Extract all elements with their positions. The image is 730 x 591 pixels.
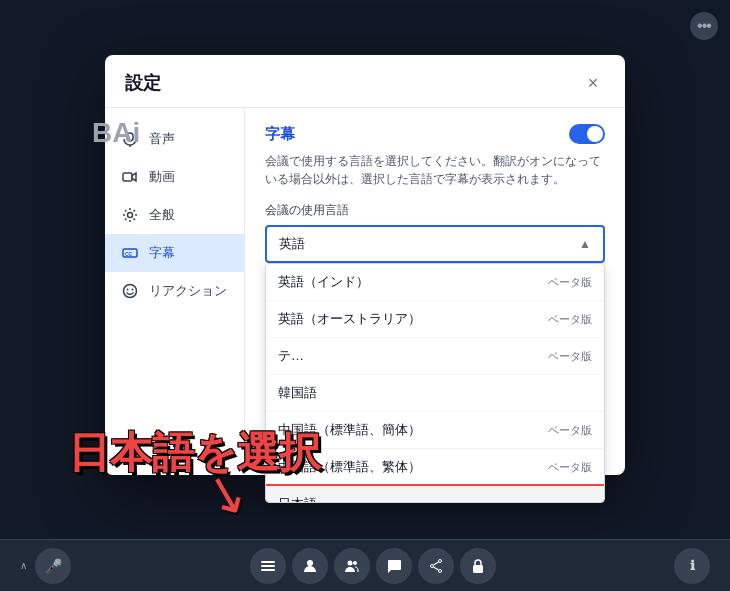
dialog-header: 設定 × bbox=[105, 55, 625, 108]
dropdown-item-5[interactable]: 中国語（標準語、繁体） ベータ版 bbox=[266, 449, 604, 486]
reaction-icon bbox=[121, 282, 139, 300]
dialog-body: 音声 動画 全般 bbox=[105, 108, 625, 475]
svg-point-17 bbox=[438, 569, 441, 572]
toolbar-center bbox=[250, 548, 496, 584]
sidebar-item-reaction[interactable]: リアクション bbox=[105, 272, 244, 310]
language-dropdown: 英語 ▲ 英語（インド） ベータ版 英語（オーストラリア） ベータ版 テ… bbox=[265, 225, 605, 263]
sidebar-reaction-label: リアクション bbox=[149, 282, 227, 300]
bai-label: BAi bbox=[92, 117, 140, 149]
captions-toggle[interactable] bbox=[569, 124, 605, 144]
people-group-button[interactable] bbox=[334, 548, 370, 584]
video-icon bbox=[121, 168, 139, 186]
language-field-label: 会議の使用言語 bbox=[265, 202, 605, 219]
chevron-up-icon[interactable]: ∧ bbox=[20, 560, 27, 571]
svg-point-7 bbox=[127, 289, 129, 291]
mic-button[interactable]: 🎤 bbox=[35, 548, 71, 584]
svg-rect-20 bbox=[473, 565, 483, 573]
settings-dialog: 設定 × 音声 bbox=[105, 55, 625, 475]
svg-point-6 bbox=[124, 285, 137, 298]
share-button[interactable] bbox=[418, 548, 454, 584]
dropdown-selected-value[interactable]: 英語 ▲ bbox=[265, 225, 605, 263]
svg-line-19 bbox=[433, 567, 438, 570]
settings-sidebar: 音声 動画 全般 bbox=[105, 108, 245, 475]
section-title: 字幕 bbox=[265, 124, 605, 144]
dropdown-list: 英語（インド） ベータ版 英語（オーストラリア） ベータ版 テ… ベータ版 韓国… bbox=[265, 263, 605, 503]
svg-rect-9 bbox=[261, 561, 275, 563]
sidebar-item-video[interactable]: 動画 bbox=[105, 158, 244, 196]
close-button[interactable]: × bbox=[581, 71, 605, 95]
svg-point-8 bbox=[132, 289, 134, 291]
more-options-button[interactable]: ••• bbox=[690, 12, 718, 40]
people-button[interactable] bbox=[292, 548, 328, 584]
captions-icon: CC bbox=[121, 244, 139, 262]
sidebar-video-label: 動画 bbox=[149, 168, 175, 186]
bottom-toolbar: ∧ 🎤 bbox=[0, 539, 730, 591]
svg-line-18 bbox=[433, 562, 438, 565]
toolbar-right: ℹ bbox=[674, 548, 710, 584]
captions-description: 会議で使用する言語を選択してください。翻訳がオンになっている場合以外は、選択した… bbox=[265, 152, 605, 188]
settings-main: 字幕 会議で使用する言語を選択してください。翻訳がオンになっている場合以外は、選… bbox=[245, 108, 625, 475]
svg-point-13 bbox=[347, 560, 352, 565]
svg-rect-2 bbox=[123, 173, 132, 181]
sidebar-audio-label: 音声 bbox=[149, 130, 175, 148]
svg-text:CC: CC bbox=[125, 251, 133, 257]
dropdown-item-3[interactable]: 韓国語 bbox=[266, 375, 604, 412]
dropdown-item-1[interactable]: 英語（オーストラリア） ベータ版 bbox=[266, 301, 604, 338]
svg-point-12 bbox=[307, 560, 313, 566]
dropdown-item-2[interactable]: テ… ベータ版 bbox=[266, 338, 604, 375]
sidebar-captions-label: 字幕 bbox=[149, 244, 175, 262]
svg-point-15 bbox=[438, 559, 441, 562]
svg-point-14 bbox=[353, 561, 357, 565]
dropdown-item-japanese[interactable]: 日本語 bbox=[266, 486, 604, 503]
info-button[interactable]: ℹ bbox=[674, 548, 710, 584]
svg-rect-10 bbox=[261, 565, 275, 567]
svg-point-16 bbox=[430, 564, 433, 567]
dialog-title: 設定 bbox=[125, 71, 161, 95]
dropdown-arrow-icon: ▲ bbox=[579, 237, 591, 251]
sidebar-general-label: 全般 bbox=[149, 206, 175, 224]
gear-icon bbox=[121, 206, 139, 224]
dropdown-item-0[interactable]: 英語（インド） ベータ版 bbox=[266, 264, 604, 301]
lock-button[interactable] bbox=[460, 548, 496, 584]
sidebar-item-general[interactable]: 全般 bbox=[105, 196, 244, 234]
sidebar-item-captions[interactable]: CC 字幕 bbox=[105, 234, 244, 272]
svg-rect-11 bbox=[261, 569, 275, 571]
chat-button[interactable] bbox=[376, 548, 412, 584]
toolbar-left: ∧ 🎤 bbox=[20, 548, 71, 584]
dropdown-item-4[interactable]: 中国語（標準語、簡体） ベータ版 bbox=[266, 412, 604, 449]
menu-button[interactable] bbox=[250, 548, 286, 584]
svg-point-3 bbox=[128, 213, 133, 218]
